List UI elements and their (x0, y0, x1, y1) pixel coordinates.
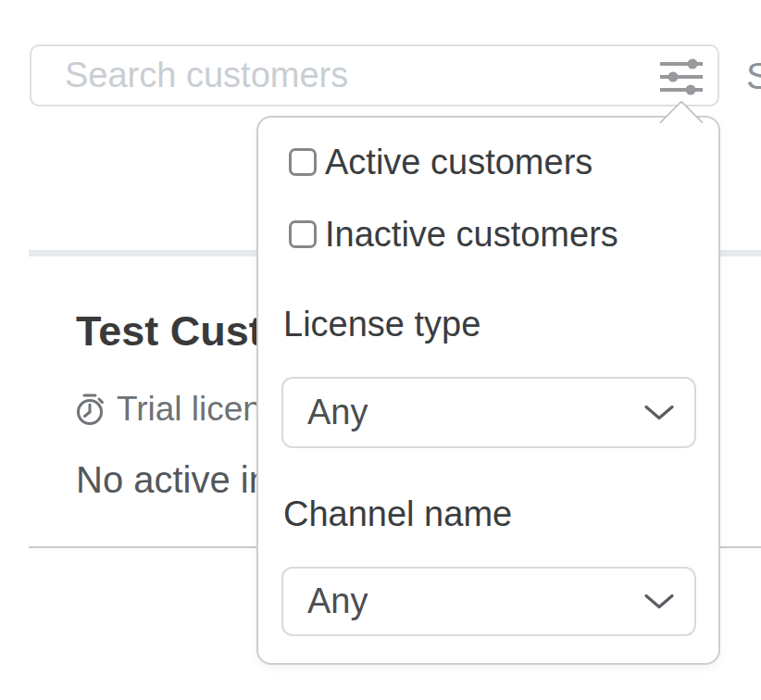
channel-name-select-value: Any (307, 581, 644, 621)
license-type-select[interactable]: Any (281, 377, 696, 448)
license-info-row: Trial licens (74, 389, 279, 430)
search-input[interactable] (30, 44, 719, 106)
truncated-right-text: S (746, 54, 761, 98)
filter-popover: Active customers Inactive customers Lice… (256, 116, 720, 665)
sliders-icon (657, 53, 705, 97)
license-type-select-value: Any (307, 393, 644, 432)
license-info-text: Trial licens (117, 389, 279, 430)
chevron-down-icon (644, 594, 674, 610)
filter-button[interactable] (654, 52, 709, 98)
channel-name-label: Channel name (283, 493, 512, 535)
license-type-label: License type (283, 303, 480, 345)
inactive-customers-checkbox-row[interactable]: Inactive customers (289, 214, 618, 255)
customer-status-text: No active in (76, 457, 269, 502)
timer-icon (74, 392, 106, 427)
inactive-customers-label: Inactive customers (325, 214, 618, 255)
active-customers-label: Active customers (325, 142, 593, 182)
active-customers-checkbox[interactable] (289, 148, 317, 176)
popover-notch (659, 100, 704, 144)
chevron-down-icon (644, 405, 674, 421)
inactive-customers-checkbox[interactable] (289, 220, 317, 248)
channel-name-select[interactable]: Any (281, 567, 696, 636)
active-customers-checkbox-row[interactable]: Active customers (289, 142, 593, 182)
customer-name-heading: Test Cust (76, 308, 263, 355)
